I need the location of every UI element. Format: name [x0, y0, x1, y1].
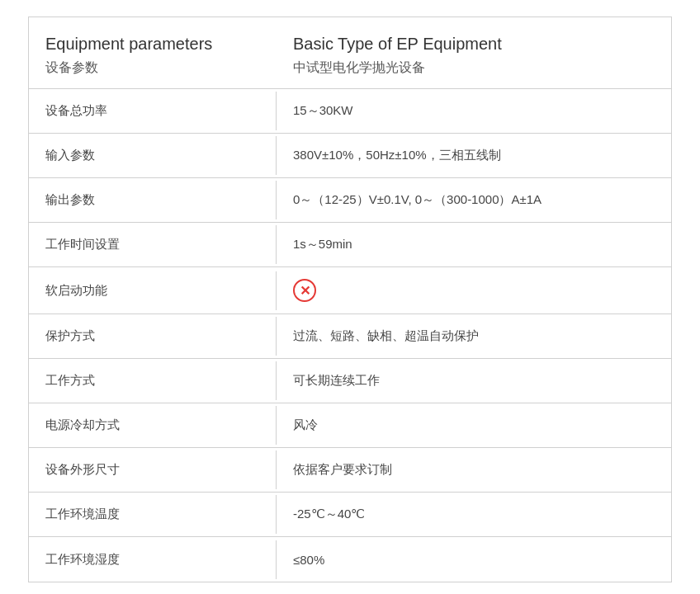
table-row: 输出参数0～（12-25）V±0.1V, 0～（300-1000）A±1A	[29, 178, 671, 223]
row-value: 0～（12-25）V±0.1V, 0～（300-1000）A±1A	[277, 181, 671, 219]
table-row: 设备外形尺寸依据客户要求订制	[29, 448, 671, 493]
table-body: 设备总功率15～30KW输入参数380V±10%，50Hz±10%，三相五线制输…	[29, 89, 671, 582]
table-row: 保护方式过流、短路、缺相、超温自动保护	[29, 314, 671, 359]
equipment-table: Equipment parameters 设备参数 Basic Type of …	[28, 16, 672, 582]
table-row: 电源冷却方式 风冷	[29, 403, 671, 448]
row-label: 设备外形尺寸	[29, 450, 277, 489]
row-value: 依据客户要求订制	[277, 450, 671, 489]
row-label: 设备总功率	[29, 92, 277, 130]
header-col2-main: Basic Type of EP Equipment	[293, 32, 655, 55]
header-col1-sub: 设备参数	[45, 59, 293, 77]
row-label: 输入参数	[29, 136, 277, 175]
soft-start-icon: ✕	[293, 279, 316, 302]
row-label: 工作环境湿度	[29, 540, 277, 579]
row-value: ✕	[277, 267, 671, 314]
row-value: -25℃～40℃	[277, 495, 671, 534]
row-label: 软启动功能	[29, 271, 277, 310]
row-label: 保护方式	[29, 317, 277, 356]
header-col1-main: Equipment parameters	[45, 32, 293, 55]
table-row: 设备总功率15～30KW	[29, 89, 671, 134]
table-row: 输入参数380V±10%，50Hz±10%，三相五线制	[29, 134, 671, 178]
row-label: 工作方式	[29, 361, 277, 400]
header-col2-sub: 中试型电化学抛光设备	[293, 59, 655, 77]
table-row: 工作方式可长期连续工作	[29, 359, 671, 403]
row-label: 工作环境温度	[29, 495, 277, 534]
row-value: 风冷	[277, 406, 671, 445]
table-row: 软启动功能✕	[29, 267, 671, 314]
table-row: 工作环境温度-25℃～40℃	[29, 493, 671, 537]
row-value: 过流、短路、缺相、超温自动保护	[277, 317, 671, 356]
row-value: 380V±10%，50Hz±10%，三相五线制	[277, 136, 671, 175]
row-value: 1s～59min	[277, 225, 671, 264]
row-value: ≤80%	[277, 541, 671, 578]
table-header: Equipment parameters 设备参数 Basic Type of …	[29, 17, 671, 89]
row-label: 电源冷却方式	[29, 406, 277, 445]
row-label: 工作时间设置	[29, 225, 277, 264]
header-col2: Basic Type of EP Equipment 中试型电化学抛光设备	[293, 32, 655, 77]
row-value: 15～30KW	[277, 92, 671, 130]
row-label: 输出参数	[29, 181, 277, 219]
header-col1: Equipment parameters 设备参数	[45, 32, 293, 77]
table-row: 工作时间设置1s～59min	[29, 223, 671, 267]
table-row: 工作环境湿度≤80%	[29, 537, 671, 582]
row-value: 可长期连续工作	[277, 361, 671, 400]
